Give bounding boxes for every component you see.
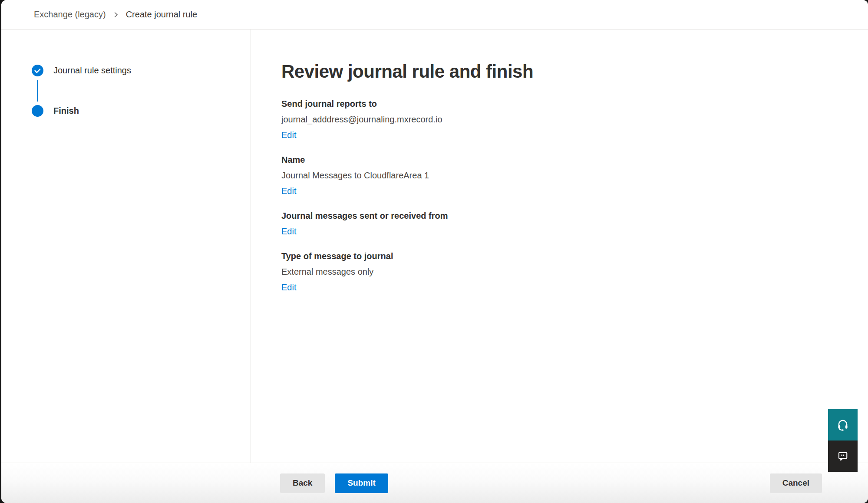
chevron-right-icon	[113, 12, 119, 18]
review-panel: Review journal rule and finish Send jour…	[251, 30, 868, 463]
wizard-step-label: Journal rule settings	[53, 66, 131, 76]
submit-button[interactable]: Submit	[335, 473, 388, 493]
message-type-value: External messages only	[281, 267, 868, 277]
wizard-step-journal-rule-settings[interactable]: Journal rule settings	[32, 65, 251, 76]
section-journal-messages-sent-or-received: Journal messages sent or received from E…	[281, 211, 868, 237]
chat-icon	[836, 450, 849, 463]
feedback-button[interactable]	[828, 441, 858, 472]
section-label: Name	[281, 155, 868, 165]
journal-report-address-value: journal_adddress@journaling.mxrecord.io	[281, 115, 868, 125]
rule-name-value: Journal Messages to CloudflareArea 1	[281, 171, 868, 181]
floating-action-stack	[828, 409, 858, 472]
wizard-footer: Back Submit Cancel	[1, 463, 868, 503]
breadcrumb-create-journal-rule: Create journal rule	[126, 10, 198, 20]
cancel-button[interactable]: Cancel	[770, 473, 822, 493]
back-button[interactable]: Back	[280, 473, 325, 493]
section-label: Send journal reports to	[281, 99, 868, 109]
edit-name-link[interactable]: Edit	[281, 186, 296, 196]
section-type-of-message: Type of message to journal External mess…	[281, 251, 868, 293]
page-title: Review journal rule and finish	[281, 62, 868, 82]
breadcrumb: Exchange (legacy) Create journal rule	[1, 0, 868, 30]
checkmark-circle-icon	[32, 65, 43, 76]
wizard-step-finish[interactable]: Finish	[32, 105, 251, 117]
edit-journal-scope-link[interactable]: Edit	[281, 227, 296, 237]
breadcrumb-exchange-legacy[interactable]: Exchange (legacy)	[34, 10, 106, 20]
section-send-journal-reports-to: Send journal reports to journal_adddress…	[281, 99, 868, 140]
section-name: Name Journal Messages to CloudflareArea …	[281, 155, 868, 196]
filled-circle-icon	[32, 105, 43, 117]
headset-icon	[836, 418, 850, 432]
edit-message-type-link[interactable]: Edit	[281, 283, 296, 293]
wizard-steps-panel: Journal rule settings Finish	[1, 30, 251, 463]
exchange-admin-window: Exchange (legacy) Create journal rule Jo…	[1, 0, 868, 503]
wizard-step-connector	[37, 80, 38, 102]
section-label: Type of message to journal	[281, 251, 868, 261]
wizard-step-label: Finish	[53, 106, 79, 116]
help-button[interactable]	[828, 409, 858, 441]
edit-send-journal-reports-link[interactable]: Edit	[281, 130, 296, 140]
section-label: Journal messages sent or received from	[281, 211, 868, 221]
